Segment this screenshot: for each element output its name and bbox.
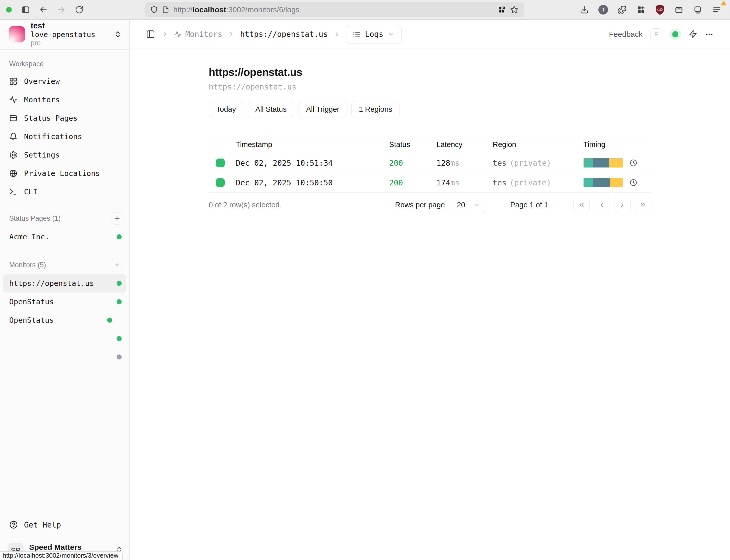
column-header-timing[interactable]: Timing: [579, 140, 651, 149]
window-traffic-light[interactable]: [6, 7, 12, 13]
forward-button[interactable]: [54, 3, 69, 17]
reload-button[interactable]: [72, 3, 86, 17]
cell-latency: 174ms: [432, 178, 489, 187]
system-status-indicator[interactable]: [670, 29, 681, 40]
workspace-name: test: [31, 21, 108, 30]
sidebar-item-monitors[interactable]: Monitors: [0, 91, 129, 109]
monitor-item[interactable]: OpenStatus: [3, 293, 126, 311]
workspace-slug: love-openstatus: [31, 30, 95, 39]
table-footer: 0 of 2 row(s) selected. Rows per page 20…: [209, 197, 651, 213]
page-icon[interactable]: [162, 6, 169, 13]
back-button[interactable]: [36, 3, 51, 17]
activity-icon: [9, 96, 17, 104]
sidebar-item-private-locations[interactable]: Private Locations: [0, 164, 129, 183]
sidebar-item-label: Overview: [24, 77, 60, 86]
status-dot: [107, 318, 112, 323]
monitor-item[interactable]: [3, 329, 126, 348]
filter-status-button[interactable]: All Status: [248, 101, 294, 117]
page-title: https://openstat.us: [209, 66, 651, 79]
downloads-button[interactable]: [577, 3, 591, 17]
profile-button[interactable]: T: [596, 3, 610, 17]
column-header-region[interactable]: Region: [489, 140, 579, 149]
breadcrumb: Monitors https://openstat.us Logs: [145, 25, 401, 43]
filter-date-button[interactable]: Today: [209, 101, 243, 117]
screen-share-icon[interactable]: [691, 3, 705, 17]
column-header-latency[interactable]: Latency: [432, 140, 489, 149]
status-page-label: Acme Inc.: [9, 232, 49, 241]
add-status-page-button[interactable]: [111, 212, 123, 225]
filter-regions-button[interactable]: 1 Regions: [352, 101, 400, 117]
column-header-status[interactable]: Status: [385, 140, 432, 149]
status-dot: [117, 336, 122, 341]
clock-icon: [630, 179, 637, 186]
logs-button-label: Logs: [365, 30, 383, 39]
table-row[interactable]: Dec 02, 2025 10:50:50 200 174ms tes(priv…: [209, 173, 651, 193]
sidebar-item-settings[interactable]: Settings: [0, 146, 129, 164]
chevron-down-icon: [474, 202, 480, 208]
monitor-item[interactable]: [3, 348, 126, 366]
user-name: Speed Matters: [29, 543, 108, 552]
sidebar-item-label: Settings: [24, 151, 60, 159]
container-tabs-icon[interactable]: [498, 6, 506, 14]
ublock-icon[interactable]: uO: [653, 3, 667, 17]
bookmark-star-icon[interactable]: [510, 6, 518, 14]
rows-per-page-label: Rows per page: [395, 201, 445, 209]
sidebar-item-overview[interactable]: Overview: [0, 72, 129, 91]
table-row[interactable]: Dec 02, 2025 10:51:34 200 128ms tes(priv…: [209, 153, 651, 173]
browser-toolbar: http://localhost:3002/monitors/6/logs T: [0, 0, 730, 20]
main-header: Monitors https://openstat.us Logs: [130, 20, 730, 49]
sidebar-item-label: Monitors: [24, 95, 60, 104]
breadcrumb-monitors[interactable]: Monitors: [174, 30, 222, 39]
monitor-item[interactable]: OpenStatus: [3, 311, 126, 329]
browser-sidebar-toggle-button[interactable]: [18, 3, 33, 17]
column-header-timestamp[interactable]: Timestamp: [232, 140, 385, 149]
workspace-plan-badge: pro: [31, 39, 41, 47]
cell-status: 200: [385, 178, 432, 187]
link-status-url: http://localhost:3002/monitors/3/overvie…: [3, 552, 118, 559]
page-info: Page 1 of 1: [501, 201, 557, 209]
last-page-button[interactable]: [635, 197, 651, 213]
next-page-button[interactable]: [614, 197, 631, 213]
cell-timing: [579, 178, 651, 187]
monitor-item[interactable]: https://openstat.us: [3, 274, 126, 293]
workspace-avatar: [9, 26, 25, 42]
status-dot: [117, 281, 122, 286]
get-help-button[interactable]: Get Help: [0, 515, 129, 534]
previous-page-button[interactable]: [594, 197, 610, 213]
breadcrumb-monitor-name[interactable]: https://openstat.us: [240, 30, 328, 39]
shield-icon[interactable]: [150, 6, 158, 14]
extensions-puzzle-button[interactable]: [615, 3, 629, 17]
cell-status: 200: [385, 159, 432, 167]
sidebar: test love-openstatus pro Workspace Overv…: [0, 20, 130, 560]
table-header-row: Timestamp Status Latency Region Timing: [209, 136, 651, 153]
panel-left-toggle-icon[interactable]: [145, 29, 156, 40]
zap-icon[interactable]: [689, 30, 697, 39]
cell-timestamp: Dec 02, 2025 10:51:34: [232, 159, 385, 167]
more-options-button[interactable]: [705, 30, 714, 39]
monitors-section-header: Monitors (5): [0, 258, 129, 272]
add-monitor-button[interactable]: [111, 259, 123, 271]
filter-trigger-button[interactable]: All Trigger: [299, 101, 347, 117]
timing-bar: [583, 158, 623, 167]
sidebar-item-status-pages[interactable]: Status Pages: [0, 109, 129, 127]
sidebar-item-cli[interactable]: CLI: [0, 183, 129, 201]
rows-per-page-select[interactable]: 20: [452, 197, 485, 213]
sidebar-item-label: Private Locations: [24, 169, 100, 178]
feedback-button[interactable]: Feedback: [609, 30, 643, 39]
browser-menu-button[interactable]: [710, 3, 724, 17]
first-page-button[interactable]: [573, 197, 590, 213]
monitor-label: OpenStatus: [9, 316, 54, 324]
url-text[interactable]: http://localhost:3002/monitors/6/logs: [173, 5, 494, 14]
sidebar-item-label: CLI: [24, 187, 37, 196]
workspace-switcher[interactable]: test love-openstatus pro: [0, 25, 129, 43]
status-pages-section-header: Status Pages (1): [0, 211, 129, 226]
workspace-section-label: Workspace: [0, 59, 129, 69]
sidebar-item-notifications[interactable]: Notifications: [0, 127, 129, 146]
view-selector-logs-button[interactable]: Logs: [346, 25, 401, 43]
address-bar[interactable]: http://localhost:3002/monitors/6/logs: [145, 2, 524, 17]
status-page-item-acme[interactable]: Acme Inc.: [3, 228, 126, 246]
archive-box-icon[interactable]: [672, 3, 686, 17]
main-panel: Monitors https://openstat.us Logs: [130, 20, 730, 560]
extensions-grid-button[interactable]: [634, 3, 648, 17]
bell-icon: [9, 132, 17, 141]
